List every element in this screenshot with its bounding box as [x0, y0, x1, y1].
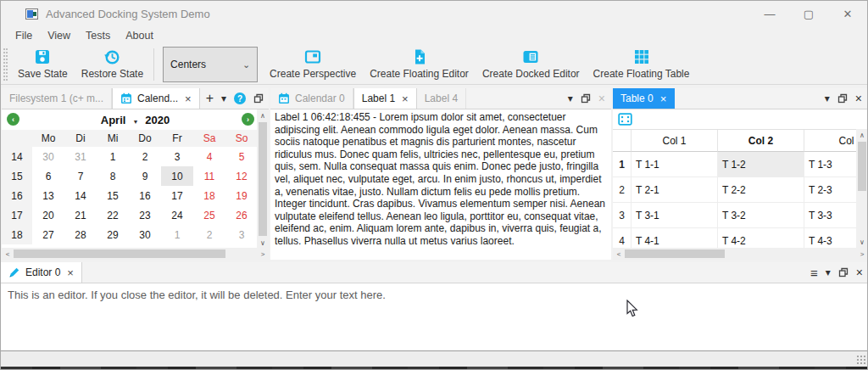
- prev-month-icon[interactable]: ‹: [7, 113, 19, 126]
- calendar-day-cell[interactable]: 2: [129, 147, 161, 166]
- tab-menu-dropdown-icon[interactable]: ▾: [826, 266, 831, 278]
- tab-editor0[interactable]: Editor 0 ×: [1, 262, 82, 283]
- tab-calendar[interactable]: Calend... ×: [112, 88, 200, 109]
- menu-item-file[interactable]: File: [8, 28, 40, 43]
- add-tab-icon[interactable]: +: [206, 91, 214, 106]
- table-cell[interactable]: T 4-1: [632, 228, 718, 248]
- next-month-icon[interactable]: ›: [242, 113, 254, 126]
- calendar-day-cell[interactable]: 6: [32, 166, 64, 186]
- calendar-day-cell[interactable]: 25: [193, 205, 225, 225]
- calendar-day-cell[interactable]: 21: [64, 205, 97, 225]
- calendar-day-cell[interactable]: 3: [161, 147, 193, 166]
- hscroll-thumb[interactable]: [625, 249, 725, 258]
- tab-close-icon[interactable]: ×: [660, 92, 667, 105]
- restore-state-button[interactable]: Restore State: [75, 46, 150, 84]
- calendar-month[interactable]: April: [101, 114, 126, 126]
- calendar-day-cell[interactable]: 23: [129, 205, 161, 225]
- calendar-day-cell[interactable]: 22: [97, 205, 129, 225]
- row-header[interactable]: 4: [613, 228, 632, 248]
- tab-close-icon[interactable]: ×: [67, 266, 74, 279]
- table-cell[interactable]: T 3-3: [804, 203, 856, 228]
- scroll-up-icon[interactable]: ∧: [856, 129, 868, 141]
- scroll-down-icon[interactable]: ∨: [257, 237, 269, 249]
- table-cell[interactable]: T 1-3: [804, 152, 856, 177]
- vscroll-thumb[interactable]: [858, 142, 866, 191]
- tab-menu-dropdown-icon[interactable]: ▾: [221, 92, 226, 104]
- table-hscrollbar[interactable]: < >: [613, 248, 868, 260]
- create-floating-editor-button[interactable]: Create Floating Editor: [363, 46, 476, 84]
- menu-item-about[interactable]: About: [118, 28, 161, 43]
- undock-icon[interactable]: [837, 93, 848, 104]
- table-cell[interactable]: T 1-1: [632, 152, 718, 177]
- calendar-day-cell[interactable]: 5: [225, 147, 258, 166]
- select-all-table-icon[interactable]: [618, 113, 632, 126]
- scroll-right-icon[interactable]: >: [257, 248, 269, 260]
- calendar-day-cell[interactable]: 14: [64, 186, 97, 205]
- menu-item-tests[interactable]: Tests: [78, 28, 118, 43]
- tab-label1[interactable]: Label 1 ×: [353, 88, 417, 109]
- table-cell[interactable]: T 1-2: [718, 152, 804, 177]
- perspective-combobox[interactable]: Centers ⌄: [163, 47, 258, 82]
- help-icon[interactable]: ?: [234, 92, 246, 104]
- create-floating-table-button[interactable]: Create Floating Table: [587, 46, 697, 84]
- calendar-day-cell[interactable]: 9: [129, 166, 161, 186]
- table-cell[interactable]: T 4-2: [718, 228, 804, 248]
- column-header[interactable]: Col 1: [632, 130, 718, 152]
- calendar-day-cell[interactable]: 30: [129, 225, 161, 244]
- calendar-day-cell[interactable]: 27: [32, 225, 64, 244]
- scroll-down-icon[interactable]: ∨: [856, 236, 868, 248]
- tab-filesystem[interactable]: Filesystem 1 (c+ m...: [2, 88, 112, 109]
- table-cell[interactable]: T 2-1: [632, 177, 718, 203]
- table-vscrollbar[interactable]: ∧ ∨: [856, 129, 868, 248]
- tab-close-icon[interactable]: ×: [402, 92, 409, 105]
- undock-icon[interactable]: [838, 267, 849, 278]
- close-dock-icon[interactable]: ×: [856, 266, 863, 279]
- tab-table0[interactable]: Table 0 ×: [613, 88, 675, 109]
- undock-icon[interactable]: [253, 93, 264, 104]
- menu-item-view[interactable]: View: [40, 28, 78, 43]
- hamburger-menu-icon[interactable]: ≡: [810, 266, 818, 280]
- table-cell[interactable]: T 3-1: [632, 203, 718, 228]
- calendar-day-cell[interactable]: 18: [193, 186, 225, 205]
- scroll-left-icon[interactable]: <: [2, 248, 14, 260]
- close-dock-icon[interactable]: ×: [855, 92, 862, 105]
- minimize-button[interactable]: —: [750, 1, 789, 26]
- calendar-day-cell[interactable]: 12: [225, 166, 258, 186]
- scroll-left-icon[interactable]: <: [613, 248, 625, 260]
- row-header[interactable]: 3: [613, 203, 632, 228]
- close-dock-icon[interactable]: ×: [598, 92, 605, 105]
- scroll-right-icon[interactable]: >: [856, 248, 868, 260]
- calendar-day-cell[interactable]: 8: [97, 166, 129, 186]
- calendar-day-cell[interactable]: 3: [225, 225, 258, 244]
- save-state-button[interactable]: Save State: [11, 46, 75, 84]
- calendar-day-cell[interactable]: 19: [225, 186, 258, 205]
- calendar-hscrollbar[interactable]: < >: [2, 248, 269, 260]
- editor-content[interactable]: This is an editor. If you close the edit…: [1, 283, 868, 350]
- calendar-day-cell[interactable]: 1: [97, 147, 129, 166]
- calendar-day-cell[interactable]: 29: [97, 225, 129, 244]
- calendar-day-cell[interactable]: 26: [225, 205, 258, 225]
- calendar-day-cell[interactable]: 10: [161, 166, 193, 186]
- calendar-day-cell[interactable]: 16: [129, 186, 161, 205]
- create-perspective-button[interactable]: Create Perspective: [263, 46, 363, 84]
- close-button[interactable]: ✕: [828, 1, 867, 26]
- calendar-day-cell[interactable]: 4: [193, 147, 225, 166]
- create-docked-editor-button[interactable]: Create Docked Editor: [476, 46, 587, 84]
- calendar-day-cell[interactable]: 11: [193, 166, 225, 186]
- table-cell[interactable]: T 2-3: [804, 177, 856, 203]
- hscroll-thumb[interactable]: [14, 249, 225, 258]
- tab-menu-dropdown-icon[interactable]: ▾: [825, 92, 830, 104]
- calendar-year[interactable]: 2020: [145, 114, 170, 126]
- calendar-day-cell[interactable]: 28: [64, 225, 97, 244]
- resize-grip[interactable]: [856, 355, 866, 365]
- calendar-day-cell[interactable]: 24: [161, 205, 193, 225]
- table-cell[interactable]: T 2-2: [718, 177, 804, 203]
- calendar-day-cell[interactable]: 30: [32, 147, 64, 166]
- table-cell[interactable]: T 4-3: [804, 228, 856, 248]
- calendar-day-cell[interactable]: 13: [32, 186, 64, 205]
- toolbar-drag-handle[interactable]: [3, 48, 8, 81]
- column-header[interactable]: Col 3: [804, 130, 856, 152]
- calendar-day-cell[interactable]: 15: [97, 186, 129, 205]
- calendar-day-cell[interactable]: 2: [193, 225, 225, 244]
- calendar-day-cell[interactable]: 31: [64, 147, 97, 166]
